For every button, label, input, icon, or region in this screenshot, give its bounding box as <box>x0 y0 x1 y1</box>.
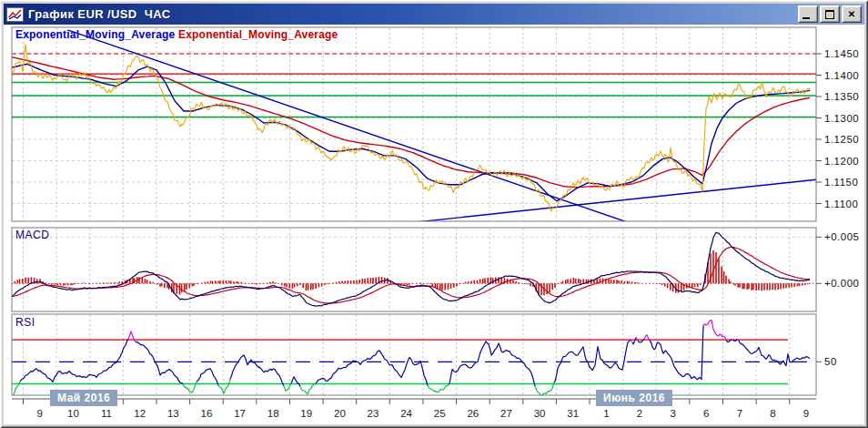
window-controls: ✕ <box>796 5 862 23</box>
window-title: График EUR /USD ЧАС <box>28 7 170 21</box>
minimize-button[interactable] <box>798 5 818 23</box>
titlebar[interactable]: График EUR /USD ЧАС ✕ <box>4 4 864 25</box>
maximize-button[interactable] <box>820 5 840 23</box>
chart-client-area <box>4 25 864 424</box>
maximize-icon <box>825 10 834 19</box>
minimize-icon <box>802 17 810 19</box>
app-icon <box>6 7 24 22</box>
chart-window: График EUR /USD ЧАС ✕ 1.14501.14001.1350… <box>0 0 868 428</box>
close-button[interactable]: ✕ <box>842 5 862 23</box>
